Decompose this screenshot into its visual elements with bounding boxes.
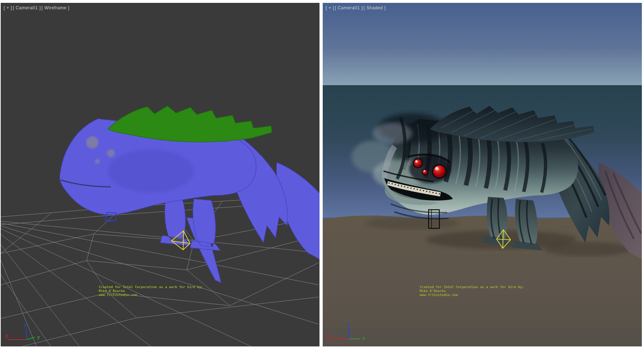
- viewport-menu-pov[interactable]: [ Camera01 ]: [335, 5, 363, 10]
- viewport-menu-general[interactable]: [ + ]: [326, 5, 334, 10]
- axis-y-label: Y: [362, 336, 365, 341]
- viewport-label-right: [ + ][ Camera01 ][ Shaded ]: [326, 5, 386, 10]
- sky: [323, 3, 642, 85]
- viewport-menu-pov[interactable]: [ Camera01 ]: [13, 5, 41, 10]
- viewport-menu-shading[interactable]: [ Shaded ]: [364, 5, 386, 10]
- viewport-shaded[interactable]: x z Y [ + ][ Camera01 ][ Shaded ] Create…: [323, 3, 642, 346]
- app-window: X Z y [ + ][ Camera01 ][ Wireframe ] Cre…: [0, 0, 644, 350]
- viewport-wireframe[interactable]: X Z y [ + ][ Camera01 ][ Wireframe ] Cre…: [1, 3, 319, 346]
- fish-leg-fin-2[interactable]: [190, 199, 220, 251]
- watermark-line-3: www.fritzstudio.com: [420, 293, 524, 297]
- axis-x-label: x: [326, 333, 329, 338]
- axis-z-label: Z: [24, 323, 27, 328]
- axis-z-label: z: [347, 322, 350, 327]
- axis-tripod: X Z y: [5, 323, 40, 340]
- axis-x-label: X: [5, 334, 8, 339]
- watermark-line-2: Mike O'Rourke: [99, 289, 203, 293]
- watermark-line-3: www.fritzstudio.com: [99, 293, 203, 297]
- axis-y-label: y: [37, 335, 40, 340]
- viewport-label-left: [ + ][ Camera01 ][ Wireframe ]: [4, 5, 70, 10]
- watermark-line-2: Mike O'Rourke: [420, 289, 524, 293]
- viewport-menu-shading[interactable]: [ Wireframe ]: [42, 5, 69, 10]
- watermark-text: Created for Intel Corporation as a work …: [420, 285, 524, 297]
- watermark-text: Created for Intel Corporation as a work …: [99, 285, 203, 297]
- viewport-menu-general[interactable]: [ + ]: [4, 5, 12, 10]
- watermark-line-1: Created for Intel Corporation as a work …: [99, 285, 203, 289]
- watermark-line-1: Created for Intel Corporation as a work …: [420, 285, 524, 289]
